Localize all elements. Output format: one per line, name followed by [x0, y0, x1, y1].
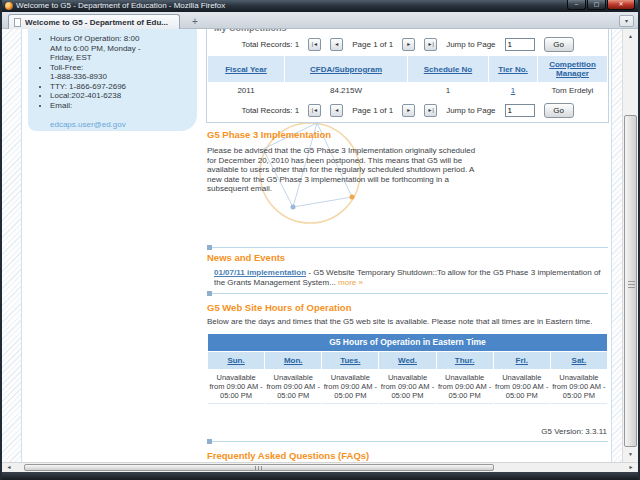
- right-hatch-decoration: [611, 29, 622, 462]
- news-section: News and Events 01/07/11 implementation …: [207, 252, 607, 288]
- hours-table-title: G5 Hours of Operation in Eastern Time: [208, 334, 607, 351]
- sidebar-item-local: Local:202-401-6238: [50, 91, 193, 101]
- phase3-section: G5 Phase 3 Implementation Please be advi…: [207, 129, 492, 194]
- vertical-scrollbar-thumb[interactable]: [624, 115, 637, 447]
- tab-bar: Welcome to G5 - Department of Edu... + ▾: [2, 12, 638, 29]
- hours-availability-row: Unavailable from 09:00 AM - 05:00 PM Una…: [208, 370, 607, 404]
- my-competitions-panel: My Competitions Total Records: 1 |◄ ◄ Pa…: [206, 29, 609, 123]
- hours-intro: Below are the days and times that the G5…: [207, 317, 608, 327]
- hours-cell-mon: Unavailable from 09:00 AM - 05:00 PM: [265, 370, 321, 404]
- jump-to-page-input[interactable]: [505, 38, 535, 51]
- next-page-icon[interactable]: ►: [402, 38, 415, 51]
- jump-to-page-label: Jump to Page: [446, 106, 495, 115]
- page-indicator: Page 1 of 1: [352, 106, 393, 115]
- list-all-tabs-button[interactable]: ▾: [619, 15, 634, 27]
- email-label: Email:: [50, 101, 72, 110]
- day-header-fri[interactable]: Fri.: [516, 356, 528, 365]
- column-tier-no[interactable]: Tier No.: [498, 65, 528, 74]
- competition-row: 2011 84.215W 1 1 Tom Erdelyi: [208, 82, 607, 99]
- minimize-button[interactable]: –: [567, 0, 586, 10]
- scrollbar-grip: [255, 466, 263, 470]
- tab-title: Welcome to G5 - Department of Edu...: [25, 18, 168, 27]
- news-heading: News and Events: [207, 252, 607, 263]
- competitions-header-row: Fiscal Year CFDA/Subprogram Schedule No …: [208, 56, 607, 82]
- horizontal-scrollbar[interactable]: ◄ ►: [2, 462, 638, 472]
- window-bottom-border: [2, 472, 638, 480]
- firefox-icon: [5, 2, 13, 10]
- scroll-right-icon[interactable]: ►: [624, 463, 638, 472]
- version-label: G5 Version: 3.3.11: [541, 427, 607, 436]
- pagination-top: Total Records: 1 |◄ ◄ Page 1 of 1 ► ►| J…: [207, 33, 608, 56]
- horizontal-scrollbar-thumb[interactable]: [24, 464, 494, 471]
- go-button[interactable]: Go: [544, 37, 574, 52]
- jump-to-page-input[interactable]: [505, 104, 535, 117]
- last-page-icon[interactable]: ►|: [424, 104, 437, 117]
- first-page-icon[interactable]: |◄: [308, 104, 321, 117]
- day-header-sat[interactable]: Sat.: [572, 356, 587, 365]
- page-indicator: Page 1 of 1: [352, 40, 393, 49]
- page-content: Hours Of Operation: 8:00 AM to 6:00 PM, …: [2, 29, 622, 462]
- hours-cell-wed: Unavailable from 09:00 AM - 05:00 PM: [379, 370, 435, 404]
- day-header-mon[interactable]: Mon.: [284, 356, 303, 365]
- cell-schedule-no: 1: [408, 82, 488, 99]
- scroll-down-icon[interactable]: ▼: [623, 447, 638, 462]
- section-divider: [207, 245, 608, 251]
- faq-heading: Frequently Asked Questions (FAQs): [207, 450, 369, 461]
- sidebar-item-email: Email: edcaps.user@ed.gov: [50, 101, 193, 130]
- total-records-label: Total Records: 1: [241, 40, 299, 49]
- hours-table: G5 Hours of Operation in Eastern Time Su…: [207, 333, 608, 405]
- jump-to-page-label: Jump to Page: [446, 40, 495, 49]
- next-page-icon[interactable]: ►: [402, 104, 415, 117]
- phase3-heading: G5 Phase 3 Implementation: [207, 129, 492, 140]
- day-header-sun[interactable]: Sun.: [227, 356, 244, 365]
- hours-section: G5 Web Site Hours of Operation Below are…: [207, 302, 608, 405]
- pagination-bottom: Total Records: 1 |◄ ◄ Page 1 of 1 ► ►| J…: [207, 99, 608, 122]
- news-item-link[interactable]: 01/07/11 implementation: [214, 268, 306, 277]
- prev-page-icon[interactable]: ◄: [330, 104, 343, 117]
- page-icon: [14, 18, 21, 27]
- news-more-link[interactable]: more »: [338, 278, 363, 287]
- left-hatch-decoration: [2, 29, 22, 462]
- tab-welcome-to-g5[interactable]: Welcome to G5 - Department of Edu...: [8, 14, 180, 29]
- hours-cell-sun: Unavailable from 09:00 AM - 05:00 PM: [208, 370, 264, 404]
- title-bar[interactable]: Welcome to G5 - Department of Education …: [2, 0, 638, 12]
- cell-fiscal-year: 2011: [208, 82, 284, 99]
- section-divider: [207, 291, 608, 297]
- tier-no-link[interactable]: 1: [511, 86, 515, 95]
- browser-window: Welcome to G5 - Department of Education …: [0, 0, 640, 480]
- hours-cell-fri: Unavailable from 09:00 AM - 05:00 PM: [494, 370, 550, 404]
- first-page-icon[interactable]: |◄: [308, 38, 321, 51]
- contact-info-sidebar: Hours Of Operation: 8:00 AM to 6:00 PM, …: [28, 29, 197, 131]
- hours-cell-tues: Unavailable from 09:00 AM - 05:00 PM: [322, 370, 378, 404]
- vertical-scrollbar[interactable]: ▲ ▼: [622, 29, 638, 462]
- day-header-thur[interactable]: Thur.: [455, 356, 475, 365]
- sidebar-item-hours: Hours Of Operation: 8:00 AM to 6:00 PM, …: [50, 34, 193, 63]
- column-schedule-no[interactable]: Schedule No: [424, 65, 472, 74]
- competitions-table: Fiscal Year CFDA/Subprogram Schedule No …: [207, 56, 608, 99]
- hours-heading: G5 Web Site Hours of Operation: [207, 302, 608, 313]
- cell-competition-manager: Tom Erdelyi: [538, 82, 607, 99]
- scrollbar-grip: [628, 281, 635, 288]
- hours-cell-thur: Unavailable from 09:00 AM - 05:00 PM: [437, 370, 493, 404]
- prev-page-icon[interactable]: ◄: [330, 38, 343, 51]
- last-page-icon[interactable]: ►|: [424, 38, 437, 51]
- cell-cfda-subprogram: 84.215W: [285, 82, 407, 99]
- window-title: Welcome to G5 - Department of Education …: [16, 0, 567, 12]
- total-records-label: Total Records: 1: [241, 106, 299, 115]
- go-button[interactable]: Go: [544, 103, 574, 118]
- email-link[interactable]: edcaps.user@ed.gov: [50, 120, 126, 129]
- scroll-up-icon[interactable]: ▲: [623, 29, 638, 44]
- day-header-wed[interactable]: Wed.: [398, 356, 417, 365]
- day-header-tues[interactable]: Tues.: [340, 356, 360, 365]
- maximize-button[interactable]: ▢: [587, 0, 606, 10]
- close-button[interactable]: ✕: [607, 0, 635, 10]
- main-column: My Competitions Total Records: 1 |◄ ◄ Pa…: [205, 29, 612, 462]
- sidebar-item-tty: TTY: 1-866-697-2696: [50, 82, 193, 92]
- new-tab-button[interactable]: +: [186, 16, 204, 28]
- column-fiscal-year[interactable]: Fiscal Year: [225, 65, 267, 74]
- column-competition-manager[interactable]: Competition Manager: [549, 60, 596, 78]
- hours-day-header-row: Sun. Mon. Tues. Wed. Thur. Fri. Sat.: [208, 352, 607, 369]
- column-cfda-subprogram[interactable]: CFDA/Subprogram: [310, 65, 382, 74]
- scroll-left-icon[interactable]: ◄: [2, 463, 16, 472]
- hours-cell-sat: Unavailable from 09:00 AM - 05:00 PM: [551, 370, 607, 404]
